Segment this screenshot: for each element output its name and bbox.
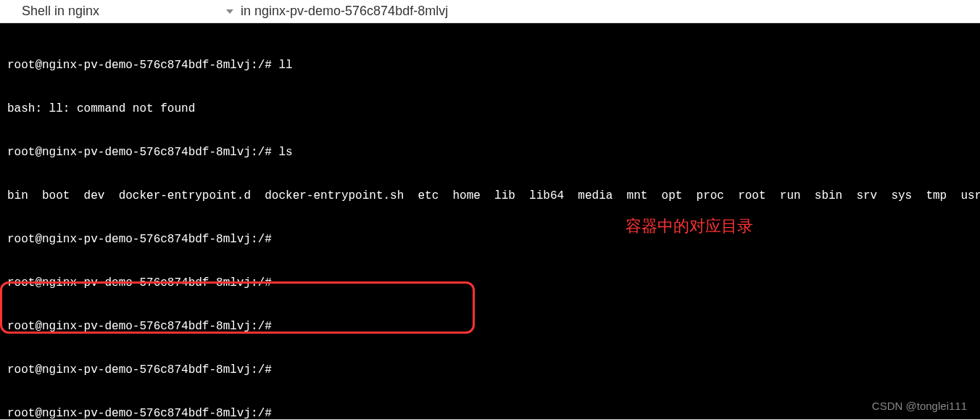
terminal-line: root@nginx-pv-demo-576c874bdf-8mlvj:/# [7,319,973,334]
shell-selector[interactable]: Shell in nginx [22,1,239,22]
terminal-line: root@nginx-pv-demo-576c874bdf-8mlvj:/# [7,232,973,247]
terminal-line: root@nginx-pv-demo-576c874bdf-8mlvj:/# l… [7,58,973,73]
header-bar: Shell in nginx in nginx-pv-demo-576c874b… [0,0,980,23]
terminal-line: root@nginx-pv-demo-576c874bdf-8mlvj:/# [7,363,973,377]
terminal-line: root@nginx-pv-demo-576c874bdf-8mlvj:/# l… [7,145,973,160]
chevron-down-icon [226,9,233,14]
pod-name-label: in nginx-pv-demo-576c874bdf-8mlvj [241,4,448,19]
terminal-panel[interactable]: root@nginx-pv-demo-576c874bdf-8mlvj:/# l… [0,23,980,419]
terminal-line: bin boot dev docker-entrypoint.d docker-… [7,189,973,203]
watermark-text: CSDN @tonglei111 [872,399,967,413]
terminal-line: root@nginx-pv-demo-576c874bdf-8mlvj:/# [7,276,973,290]
shell-selector-label: Shell in nginx [22,4,99,19]
terminal-line: root@nginx-pv-demo-576c874bdf-8mlvj:/# [7,406,973,420]
annotation-text: 容器中的对应目录 [626,219,753,234]
terminal-line: bash: ll: command not found [7,102,973,116]
